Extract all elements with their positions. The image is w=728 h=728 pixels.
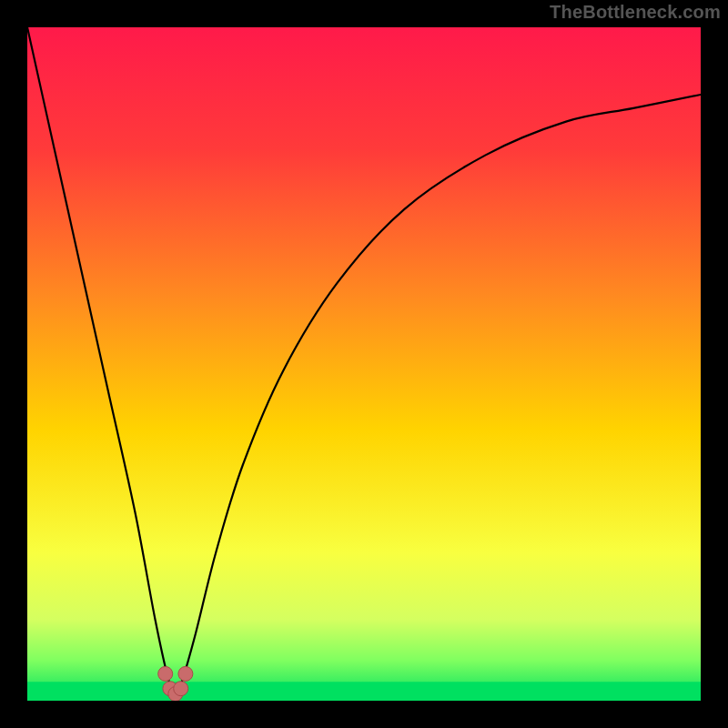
gradient-rect: [27, 27, 701, 701]
optimum-marker: [174, 682, 188, 696]
watermark-text: TheBottleneck.com: [550, 2, 721, 23]
chart-frame: TheBottleneck.com: [0, 0, 728, 728]
plot-svg: [27, 27, 701, 701]
plot-area: [27, 27, 701, 701]
optimum-marker: [178, 666, 193, 681]
optimum-marker: [158, 666, 173, 681]
green-band: [27, 682, 701, 701]
